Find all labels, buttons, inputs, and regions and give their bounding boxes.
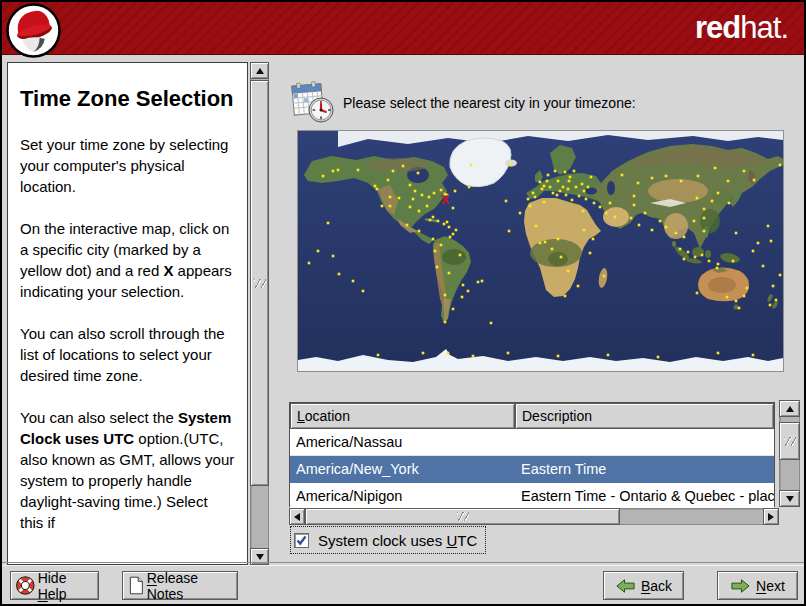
utc-checkbox-box[interactable] (294, 533, 309, 548)
release-notes-label: Release Notes (147, 570, 237, 602)
hide-help-label: Hide Help (38, 570, 98, 602)
redhat-wordmark: redhat. (695, 10, 788, 46)
arrow-right-icon (768, 513, 774, 521)
help-paragraph: You can also scroll through the list of … (20, 323, 235, 386)
cell-location: America/Nassau (290, 429, 515, 455)
help-paragraph: You can also select the System Clock use… (20, 407, 235, 533)
column-header-description[interactable]: Description (515, 403, 774, 429)
help-paragraphs: Set your time zone by selecting your com… (20, 134, 235, 533)
table-row[interactable]: America/NipigonEastern Time - Ontario & … (290, 483, 774, 510)
arrow-up-icon (786, 406, 794, 412)
document-icon (129, 576, 144, 595)
wordmark-rest: hat. (740, 10, 788, 45)
help-paragraph: Set your time zone by selecting your com… (20, 134, 235, 197)
column-header-location[interactable]: Location (290, 403, 515, 429)
table-row[interactable]: America/Nassau (290, 429, 774, 456)
cell-description: Eastern Time - Ontario & Quebec - places… (515, 483, 774, 509)
table-scroll-up-button[interactable] (779, 400, 800, 417)
hide-help-button[interactable]: Hide Help (10, 571, 99, 600)
table-hscrollbar-thumb[interactable] (305, 508, 620, 525)
timezone-list: America/NassauAmerica/New_YorkEastern Ti… (290, 429, 774, 510)
cell-location: America/Nipigon (290, 483, 515, 509)
timezone-table: Location Description America/NassauAmeri… (289, 402, 775, 507)
utc-checkbox[interactable]: System clock uses UTC (290, 526, 486, 554)
help-paragraph: On the interactive map, click on a speci… (20, 218, 235, 302)
calendar-clock-icon (289, 80, 336, 129)
wordmark-bold: red (695, 10, 740, 45)
utc-checkbox-label[interactable]: System clock uses UTC (318, 532, 477, 549)
next-arrow-icon (730, 578, 751, 594)
next-button[interactable]: Next (717, 571, 798, 600)
lifesaver-icon (15, 575, 36, 596)
help-scroll-up-button[interactable] (250, 62, 269, 79)
arrow-up-icon (256, 68, 264, 74)
grip-icon (254, 279, 266, 288)
table-scroll-right-button[interactable] (763, 508, 779, 525)
header-bar: redhat. (2, 2, 804, 55)
selection-marker: X (441, 192, 450, 207)
table-scroll-left-button[interactable] (289, 508, 305, 525)
cell-description (515, 429, 774, 455)
help-scrollbar-thumb[interactable] (250, 80, 269, 486)
back-label: Back (641, 578, 672, 594)
back-button[interactable]: Back (603, 571, 684, 600)
timezone-map[interactable]: X (297, 130, 784, 372)
redhat-shadowman-logo-icon (6, 3, 61, 58)
table-scroll-down-button[interactable] (779, 490, 800, 507)
release-notes-button[interactable]: Release Notes (122, 571, 238, 600)
help-title: Time Zone Selection (20, 85, 235, 112)
arrow-left-icon (294, 513, 300, 521)
check-icon (295, 534, 308, 547)
footer-separator (2, 562, 804, 566)
back-arrow-icon (615, 578, 636, 594)
arrow-down-icon (786, 496, 794, 502)
grip-icon (457, 512, 469, 521)
arrow-down-icon (256, 554, 264, 560)
table-vscrollbar-thumb[interactable] (779, 422, 800, 460)
help-panel: Time Zone Selection Set your time zone b… (7, 62, 248, 565)
prompt-label: Please select the nearest city in your t… (343, 95, 636, 111)
next-label: Next (756, 578, 785, 594)
grip-icon (784, 437, 796, 446)
table-header: Location Description (290, 403, 774, 429)
cell-description: Eastern Time (515, 456, 774, 482)
cell-location: America/New_York (290, 456, 515, 482)
installer-window: redhat. Time Zone Selection Set your tim… (0, 0, 806, 606)
table-row[interactable]: America/New_YorkEastern Time (290, 456, 774, 483)
